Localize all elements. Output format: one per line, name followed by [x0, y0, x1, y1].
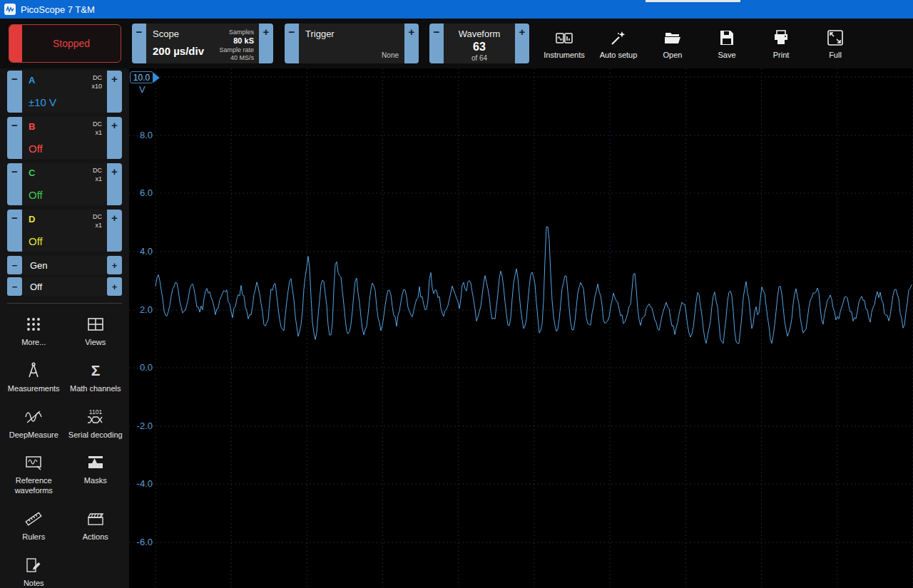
- sidebar-item-rulers[interactable]: Rulers: [3, 508, 65, 542]
- channel-c-coupling: DC: [93, 167, 102, 174]
- instruments-icon: [555, 29, 573, 47]
- print-label: Print: [773, 51, 790, 59]
- views-label: Views: [85, 338, 106, 348]
- channel-a-label: A: [29, 75, 35, 86]
- generator-panel: − Gen +: [7, 256, 122, 274]
- waveform-buffer-button[interactable]: Waveform 63 of 64: [444, 24, 515, 63]
- channel-a-decrease-button[interactable]: −: [7, 71, 22, 113]
- svg-text:Σ: Σ: [91, 362, 100, 378]
- titlebar-highlight: [646, 0, 740, 2]
- timebase-value: 200 µs/div: [153, 45, 204, 57]
- sidebar-item-serial-decoding[interactable]: 1101 Serial decoding: [65, 406, 127, 440]
- channel-a-increase-button[interactable]: +: [107, 71, 122, 113]
- channel-a-panel: − A DC x10 ±10 V +: [7, 71, 122, 113]
- channel-c-increase-button[interactable]: +: [107, 163, 122, 205]
- y-axis-label: 0.0: [129, 362, 153, 373]
- sidebar-item-more[interactable]: More...: [3, 314, 65, 348]
- axis-unit-label: V: [139, 84, 146, 95]
- channel-c-settings-button[interactable]: C DC x1 Off: [22, 163, 107, 205]
- svg-text:1101: 1101: [89, 408, 103, 416]
- generator-settings-button[interactable]: Gen: [23, 256, 106, 274]
- channel-b-coupling: DC: [93, 120, 102, 128]
- generator-status-decrease-button[interactable]: −: [7, 277, 22, 296]
- waveform-count: of 64: [471, 54, 487, 62]
- open-button[interactable]: Open: [651, 29, 695, 59]
- channel-a-axis-marker[interactable]: 10.0: [130, 71, 160, 83]
- math-channels-label: Math channels: [70, 384, 121, 394]
- trigger-decrease-button[interactable]: −: [285, 24, 299, 63]
- channel-a-marker-arrow: [153, 73, 160, 83]
- timebase-decrease-button[interactable]: −: [132, 24, 146, 63]
- sidebar-item-reference-waveforms[interactable]: Reference waveforms: [3, 452, 65, 496]
- channel-c-decrease-button[interactable]: −: [7, 163, 22, 205]
- save-button[interactable]: Save: [705, 29, 749, 59]
- channel-b-decrease-button[interactable]: −: [7, 117, 22, 159]
- generator-status-increase-button[interactable]: +: [107, 277, 122, 296]
- app-title: PicoScope 7 T&M: [21, 4, 95, 15]
- trigger-increase-button[interactable]: +: [404, 24, 419, 63]
- save-label: Save: [718, 51, 735, 59]
- y-axis-label: -6.0: [129, 537, 153, 547]
- waveform-trace: [155, 227, 912, 344]
- scope-graph-area[interactable]: 10.0 V 8.0 6.0 4.0 2.0 0.0 -2.0 -4.0 -6.…: [129, 68, 913, 588]
- scope-plot: [129, 68, 913, 588]
- sidebar-item-masks[interactable]: Masks: [65, 452, 127, 496]
- channel-a-range: ±10 V: [29, 96, 56, 108]
- channel-a-settings-button[interactable]: A DC x10 ±10 V: [22, 71, 107, 113]
- auto-setup-button[interactable]: Auto setup: [596, 29, 641, 59]
- channel-c-probe: x1: [95, 175, 102, 182]
- sidebar-item-views[interactable]: Views: [65, 314, 127, 348]
- generator-increase-button[interactable]: +: [107, 256, 122, 274]
- generator-status-button[interactable]: Off: [23, 277, 106, 296]
- serial-decoding-label: Serial decoding: [68, 430, 123, 440]
- left-sidebar: − A DC x10 ±10 V + − B DC x1 Off + − C D…: [0, 68, 129, 588]
- app-logo-icon: [4, 4, 16, 15]
- channel-d-decrease-button[interactable]: −: [7, 210, 22, 252]
- sidebar-item-notes[interactable]: Notes: [3, 555, 65, 588]
- channel-d-increase-button[interactable]: +: [107, 210, 122, 252]
- measurements-label: Measurements: [8, 384, 60, 394]
- grid-lines: [129, 68, 913, 588]
- trigger-settings-group: − Trigger None +: [285, 24, 419, 63]
- notes-label: Notes: [24, 579, 44, 588]
- y-axis-label: 8.0: [129, 130, 153, 140]
- open-label: Open: [663, 51, 683, 59]
- sidebar-item-math-channels[interactable]: Σ Math channels: [65, 360, 127, 394]
- print-button[interactable]: Print: [759, 29, 803, 59]
- channel-b-label: B: [29, 121, 35, 132]
- run-stop-button[interactable]: Stopped: [9, 24, 121, 63]
- channel-c-range: Off: [29, 189, 43, 201]
- serial-decoding-icon: 1101: [86, 406, 105, 428]
- channel-d-settings-button[interactable]: D DC x1 Off: [22, 210, 107, 252]
- scope-settings-button[interactable]: Scope 200 µs/div Samples 80 kS Sample ra…: [146, 24, 259, 63]
- channel-b-increase-button[interactable]: +: [107, 117, 122, 159]
- channel-b-range: Off: [29, 143, 43, 155]
- channel-c-panel: − C DC x1 Off +: [7, 163, 122, 205]
- waveform-buffer-group: − Waveform 63 of 64 +: [429, 24, 529, 63]
- masks-label: Masks: [84, 476, 107, 486]
- waveform-previous-button[interactable]: −: [429, 24, 444, 63]
- reference-waveforms-label: Reference waveforms: [6, 476, 61, 496]
- sidebar-item-measurements[interactable]: Measurements: [3, 360, 65, 394]
- waveform-label: Waveform: [459, 29, 501, 39]
- save-floppy-icon: [718, 29, 736, 47]
- sample-rate-label: Sample rate: [219, 46, 254, 54]
- channel-b-settings-button[interactable]: B DC x1 Off: [22, 117, 107, 159]
- y-axis-label: 4.0: [129, 246, 153, 257]
- waveform-next-button[interactable]: +: [515, 24, 529, 63]
- trigger-settings-button[interactable]: Trigger None: [299, 24, 404, 63]
- sample-rate-value: 40 MS/s: [219, 54, 254, 62]
- instruments-button[interactable]: Instruments: [542, 29, 586, 59]
- sidebar-tools: More... Views Measurements Σ: [0, 306, 129, 588]
- fullscreen-button[interactable]: Full: [813, 29, 857, 59]
- channel-d-coupling: DC: [93, 213, 102, 220]
- channel-d-panel: − D DC x1 Off +: [7, 210, 122, 252]
- fullscreen-label: Full: [829, 51, 842, 59]
- samples-value: 80 kS: [219, 36, 254, 46]
- ruler-icon: [24, 508, 43, 530]
- sidebar-item-deepmeasure[interactable]: DeepMeasure: [3, 406, 65, 440]
- sidebar-item-actions[interactable]: Actions: [65, 508, 127, 542]
- generator-decrease-button[interactable]: −: [7, 256, 22, 274]
- sidebar-divider: [7, 303, 122, 304]
- timebase-increase-button[interactable]: +: [259, 24, 273, 63]
